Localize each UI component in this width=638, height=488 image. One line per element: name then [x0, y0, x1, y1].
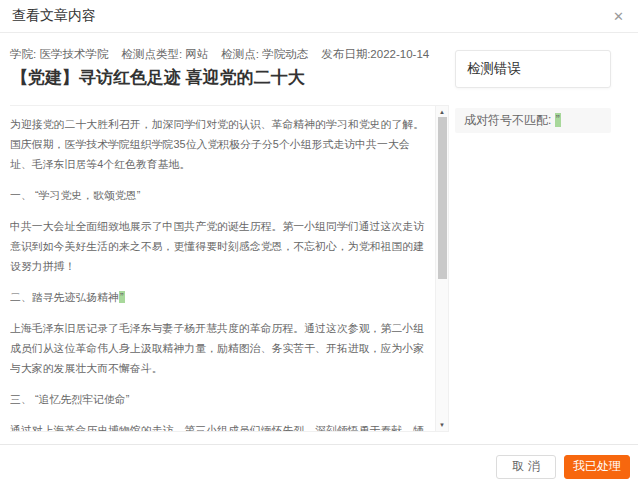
cancel-button[interactable]: 取 消 [496, 455, 556, 479]
article-scroll-area[interactable]: 为迎接党的二十大胜利召开，加深同学们对党的认识、革命精神的学习和党史的了解。国庆… [10, 105, 449, 432]
article-paragraph: 上海毛泽东旧居记录了毛泽东与妻子杨开慧共度的革命历程。通过这次参观，第二小组成员… [10, 318, 426, 378]
article-paragraph: 中共一大会址全面细致地展示了中国共产党的诞生历程。第一小组同学们通过这次走访意识… [10, 216, 426, 276]
dialog-header: 查看文章内容 ✕ [0, 0, 638, 33]
article-body: 为迎接党的二十大胜利召开，加深同学们对党的认识、革命精神的学习和党史的了解。国庆… [10, 106, 448, 432]
processed-button[interactable]: 我已处理 [564, 455, 630, 479]
mismatched-symbol-highlight: ” [119, 291, 125, 303]
mismatched-symbol-highlight: ” [555, 113, 561, 127]
article-paragraph: 为迎接党的二十大胜利召开，加深同学们对党的认识、革命精神的学习和党史的了解。国庆… [10, 114, 426, 174]
error-panel-header: 检测错误 [455, 50, 611, 88]
article-section-heading: 一、 “学习党史，歌颂党恩” [10, 185, 426, 205]
scroll-up-icon[interactable]: ▲ [436, 107, 448, 117]
dialog-title: 查看文章内容 [12, 7, 96, 25]
article-section-heading: 二、踏寻先迹弘扬精神” [10, 287, 426, 307]
dialog-footer: 取 消 我已处理 [0, 444, 638, 488]
scrollbar[interactable]: ▲ ▼ [435, 106, 448, 431]
error-label: 成对符号不匹配: [464, 113, 555, 127]
meta-publish-date: 发布日期:2022-10-14 [321, 47, 429, 62]
article-paragraph: 通过对上海革命历史博物馆的走访，第三小组成员们缅怀先烈，深刻领悟勇于奉献、牺牲小… [10, 420, 426, 432]
article-meta: 学院: 医学技术学院 检测点类型: 网站 检测点: 学院动态 发布日期:2022… [10, 47, 429, 62]
meta-college: 学院: 医学技术学院 [10, 47, 108, 62]
article-title: 【党建】寻访红色足迹 喜迎党的二十大 [11, 66, 305, 89]
article-section-heading: 三、 “追忆先烈牢记使命” [10, 389, 426, 409]
close-icon[interactable]: ✕ [611, 8, 626, 25]
error-item: 成对符号不匹配: ” [455, 108, 611, 133]
meta-checkpoint: 检测点: 学院动态 [221, 47, 308, 62]
scroll-down-icon[interactable]: ▼ [436, 420, 448, 430]
error-panel: 检测错误 成对符号不匹配: ” [455, 50, 611, 133]
scrollbar-thumb[interactable] [438, 117, 447, 279]
heading-text: 二、踏寻先迹弘扬精神 [10, 291, 119, 303]
meta-checkpoint-type: 检测点类型: 网站 [121, 47, 208, 62]
